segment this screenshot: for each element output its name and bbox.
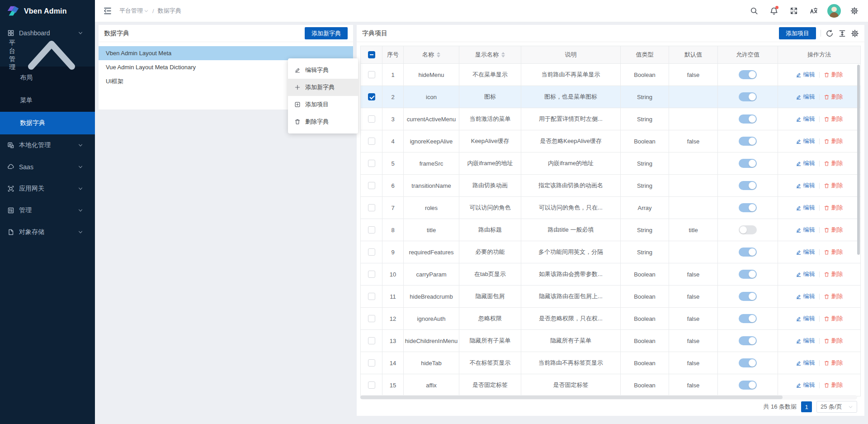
allow-empty-toggle[interactable] [739,203,757,212]
add-item-button[interactable]: 添加项目 [779,27,816,39]
delete-button[interactable]: 删除 [824,248,843,256]
allow-empty-toggle[interactable] [739,70,757,79]
row-checkbox[interactable] [368,160,375,167]
sidebar-item-本地化管理[interactable]: 本地化管理 [0,134,95,156]
context-menu-item-添加新字典[interactable]: 添加新字典 [288,79,358,96]
delete-button[interactable]: 删除 [824,159,843,167]
sort-icon[interactable] [437,52,440,57]
edit-button[interactable]: 编辑 [796,181,815,190]
allow-empty-toggle[interactable] [739,270,757,279]
delete-button[interactable]: 删除 [824,314,843,323]
row-checkbox[interactable] [368,293,375,300]
delete-button[interactable]: 删除 [824,292,843,300]
delete-button[interactable]: 删除 [824,115,843,123]
sidebar-group-平台管理[interactable]: 平台管理 [0,44,95,67]
sidebar-item-应用网关[interactable]: 应用网关 [0,178,95,200]
add-dictionary-button[interactable]: 添加新字典 [305,27,348,39]
delete-button[interactable]: 删除 [824,359,843,367]
edit-button[interactable]: 编辑 [796,381,815,389]
row-checkbox[interactable] [368,248,375,256]
delete-button[interactable]: 删除 [824,71,843,79]
edit-button[interactable]: 编辑 [796,248,815,256]
allow-empty-toggle[interactable] [739,248,757,257]
context-menu-item-编辑字典[interactable]: 编辑字典 [288,62,358,79]
allow-empty-toggle[interactable] [739,181,757,190]
delete-button[interactable]: 删除 [824,181,843,190]
cell-display-name: 内嵌iframe的地址 [459,152,521,175]
notification-bell-icon[interactable] [766,3,782,19]
delete-button[interactable]: 删除 [824,226,843,234]
table-row: 2icon图标图标，也是菜单图标String编辑删除 [361,86,860,108]
row-checkbox[interactable] [368,337,375,344]
sidebar-item-数据字典[interactable]: 数据字典 [0,112,95,134]
edit-button[interactable]: 编辑 [796,359,815,367]
allow-empty-toggle[interactable] [739,114,757,124]
breadcrumb-item-dict[interactable]: 数据字典 [158,7,181,15]
delete-button[interactable]: 删除 [824,337,843,345]
edit-button[interactable]: 编辑 [796,93,815,101]
edit-button[interactable]: 编辑 [796,159,815,167]
sidebar-item-菜单[interactable]: 菜单 [0,89,95,112]
sort-icon[interactable] [501,52,505,57]
row-checkbox[interactable] [368,381,375,389]
context-menu-item-添加项目[interactable]: 添加项目 [288,96,358,113]
edit-button[interactable]: 编辑 [796,204,815,212]
context-menu-item-删除字典[interactable]: 删除字典 [288,113,358,130]
delete-button[interactable]: 删除 [824,93,843,101]
allow-empty-toggle[interactable] [739,314,757,323]
allow-empty-toggle[interactable] [739,358,757,367]
allow-empty-toggle[interactable] [739,137,757,146]
row-checkbox[interactable] [368,182,375,189]
row-checkbox[interactable] [368,93,375,100]
row-height-icon[interactable] [838,29,846,38]
delete-button[interactable]: 删除 [824,204,843,212]
fullscreen-icon[interactable] [786,3,802,19]
allow-empty-toggle[interactable] [739,92,757,101]
edit-button[interactable]: 编辑 [796,71,815,79]
row-checkbox[interactable] [368,115,375,123]
delete-button[interactable]: 删除 [824,137,843,145]
row-checkbox[interactable] [368,315,375,322]
edit-button[interactable]: 编辑 [796,226,815,234]
row-checkbox[interactable] [368,71,375,78]
breadcrumb-item-platform[interactable]: 平台管理 [119,7,149,15]
delete-button[interactable]: 删除 [824,381,843,389]
allow-empty-toggle[interactable] [739,381,757,390]
refresh-icon[interactable] [826,29,834,38]
sidebar-item-Saas[interactable]: Saas [0,156,95,178]
edit-button[interactable]: 编辑 [796,115,815,123]
menu-fold-icon[interactable] [103,6,112,15]
sidebar-item-管理[interactable]: 管理 [0,200,95,221]
edit-icon [796,272,802,277]
translate-icon[interactable] [806,3,822,19]
edit-button[interactable]: 编辑 [796,270,815,278]
row-checkbox[interactable] [368,226,375,233]
pagination-page-1[interactable]: 1 [801,401,812,412]
row-checkbox[interactable] [368,138,375,145]
sidebar-item-对象存储[interactable]: 对象存储 [0,221,95,243]
row-checkbox[interactable] [368,204,375,211]
allow-empty-toggle[interactable] [739,292,757,301]
row-checkbox[interactable] [368,359,375,367]
row-checkbox[interactable] [368,271,375,278]
edit-button[interactable]: 编辑 [796,137,815,145]
page-size-select[interactable]: 25 条/页 [816,401,857,413]
table-vertical-scrollbar[interactable] [857,64,860,396]
user-avatar[interactable] [827,4,841,18]
settings-gear-icon[interactable] [846,3,863,19]
edit-button[interactable]: 编辑 [796,337,815,345]
scrollbar-thumb[interactable] [360,395,783,399]
allow-empty-toggle[interactable] [739,336,757,345]
edit-button[interactable]: 编辑 [796,314,815,323]
table-horizontal-scrollbar[interactable] [360,395,857,400]
allow-empty-toggle[interactable] [739,159,757,168]
edit-button[interactable]: 编辑 [796,292,815,300]
search-icon[interactable] [746,3,762,19]
delete-button[interactable]: 删除 [824,270,843,278]
scrollbar-thumb[interactable] [857,65,860,255]
table-settings-gear-icon[interactable] [851,29,859,38]
edit-icon [796,138,802,144]
page-size-value: 25 条/页 [821,403,842,411]
select-all-checkbox[interactable] [368,51,375,58]
allow-empty-toggle[interactable] [739,225,757,234]
